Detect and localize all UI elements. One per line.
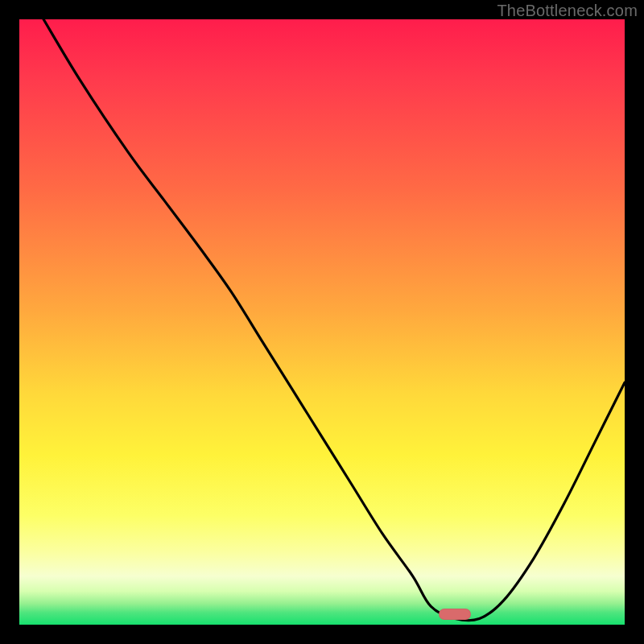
- optimum-marker: [439, 609, 471, 620]
- bottleneck-curve: [19, 19, 625, 625]
- plot-area: [19, 19, 625, 625]
- chart-frame: TheBottleneck.com: [0, 0, 644, 644]
- watermark-text: TheBottleneck.com: [497, 2, 638, 20]
